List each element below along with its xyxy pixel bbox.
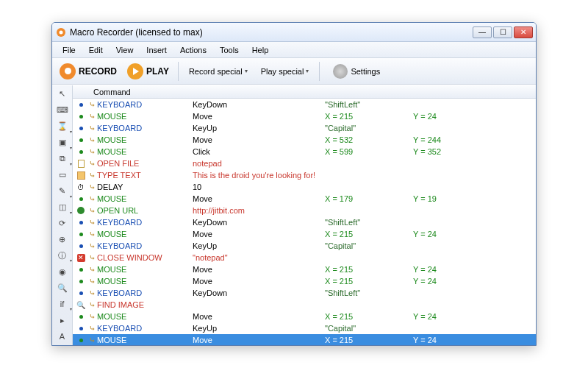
- play-button[interactable]: PLAY: [124, 62, 172, 81]
- document-icon[interactable]: ▣: [56, 137, 69, 149]
- table-row[interactable]: ⤷MOUSEMoveX = 179Y = 19: [73, 193, 536, 205]
- action-cell: Click: [193, 147, 210, 156]
- text-icon[interactable]: A: [56, 330, 69, 342]
- menu-insert[interactable]: Insert: [140, 44, 173, 56]
- world-icon[interactable]: ◉: [56, 266, 69, 277]
- copy-icon[interactable]: ⧉: [56, 153, 69, 165]
- table-row[interactable]: ⏱⤷DELAY10: [73, 181, 536, 193]
- command-cell: MOUSE: [97, 277, 126, 286]
- table-row[interactable]: ⤷MOUSEMoveX = 532Y = 244: [73, 134, 536, 146]
- param1-cell: X = 215: [325, 312, 353, 321]
- close-button[interactable]: ✕: [514, 26, 533, 38]
- label-icon[interactable]: ▭: [56, 169, 69, 181]
- row-icon: [76, 135, 86, 145]
- param1-cell: "Capital": [325, 124, 356, 132]
- pencil-icon[interactable]: ✎: [56, 185, 69, 197]
- minimize-button[interactable]: —: [473, 26, 492, 38]
- command-cell: TYPE TEXT: [97, 171, 141, 180]
- row-icon: [76, 205, 86, 216]
- row-icon: [76, 311, 86, 322]
- param2-cell: Y = 19: [413, 194, 437, 203]
- command-cell: KEYBOARD: [97, 289, 142, 297]
- table-row[interactable]: ⤷TYPE TEXTThis is the droid you're looki…: [73, 169, 536, 181]
- row-icon: [76, 323, 86, 333]
- param1-cell: "ShiftLeft": [325, 100, 360, 109]
- table-row[interactable]: ⤷MOUSEMoveX = 215Y = 24: [73, 334, 536, 345]
- param1-cell: "ShiftLeft": [325, 218, 360, 227]
- table-row[interactable]: ⤷MOUSEClickX = 599Y = 352: [73, 146, 536, 158]
- if-icon[interactable]: if: [56, 298, 69, 310]
- command-cell: MOUSE: [97, 265, 126, 274]
- table-row[interactable]: ⤷KEYBOARDKeyUp"Capital": [73, 240, 536, 252]
- row-icon: [76, 288, 86, 298]
- menu-help[interactable]: Help: [246, 44, 275, 56]
- command-cell: MOUSE: [97, 230, 126, 238]
- action-cell: notepad: [193, 159, 222, 168]
- refresh-icon[interactable]: ⟳: [56, 218, 69, 230]
- menu-file[interactable]: File: [57, 44, 82, 56]
- cursor-icon[interactable]: ↖: [56, 88, 69, 100]
- hourglass-icon[interactable]: ⌛: [56, 121, 69, 132]
- row-icon: [76, 158, 86, 169]
- menu-edit[interactable]: Edit: [83, 44, 109, 56]
- table-row[interactable]: ⤷KEYBOARDKeyDown"ShiftLeft": [73, 99, 536, 110]
- play-special-dropdown[interactable]: Play special: [257, 66, 314, 77]
- window-icon[interactable]: ◫: [56, 202, 69, 213]
- command-cell: DELAY: [97, 183, 123, 191]
- command-cell: KEYBOARD: [97, 241, 142, 250]
- menu-actions[interactable]: Actions: [174, 44, 212, 56]
- side-toolbar: ↖⌨⌛▣⧉▭✎◫⟳⊕ⓘ◉🔍if▸A: [52, 85, 73, 345]
- table-row[interactable]: ⤷KEYBOARDKeyDown"ShiftLeft": [73, 216, 536, 228]
- info-icon[interactable]: ⓘ: [56, 250, 69, 261]
- toolbar: RECORD PLAY Record special Play special …: [52, 58, 536, 85]
- param2-cell: Y = 24: [413, 336, 437, 344]
- row-icon: [76, 335, 86, 345]
- action-cell: Move: [193, 112, 212, 121]
- row-icon: [76, 111, 86, 121]
- command-cell: MOUSE: [97, 135, 126, 144]
- table-row[interactable]: ⤷MOUSEMoveX = 215Y = 24: [73, 228, 536, 240]
- command-cell: CLOSE WINDOW: [97, 253, 162, 262]
- table-row[interactable]: 🔍⤷FIND IMAGE: [73, 299, 536, 311]
- action-cell: KeyUp: [193, 241, 217, 250]
- settings-button[interactable]: Settings: [326, 63, 383, 80]
- table-row[interactable]: ⤷MOUSEMoveX = 215Y = 24: [73, 311, 536, 322]
- table-row[interactable]: ⤷OPEN URLhttp://jitbit.com: [73, 205, 536, 216]
- table-row[interactable]: ⤷KEYBOARDKeyDown"ShiftLeft": [73, 287, 536, 299]
- param1-cell: "Capital": [325, 324, 356, 333]
- action-cell: Move: [193, 230, 212, 238]
- action-cell: KeyDown: [193, 289, 227, 297]
- param2-cell: Y = 24: [413, 277, 437, 286]
- row-icon: [76, 99, 86, 110]
- table-row[interactable]: ⤷KEYBOARDKeyUp"Capital": [73, 322, 536, 334]
- command-cell: OPEN FILE: [97, 159, 139, 168]
- table-row[interactable]: ⤷MOUSEMoveX = 215Y = 24: [73, 263, 536, 275]
- action-cell: "notepad": [193, 253, 228, 262]
- app-window: Macro Recorder (licensed to max) — ☐ ✕ F…: [51, 22, 537, 346]
- command-cell: MOUSE: [97, 194, 126, 203]
- row-icon: [76, 276, 86, 286]
- command-cell: OPEN URL: [97, 206, 138, 215]
- action-cell: http://jitbit.com: [193, 206, 245, 215]
- maximize-button[interactable]: ☐: [493, 26, 512, 38]
- menu-tools[interactable]: Tools: [214, 44, 245, 56]
- record-button[interactable]: RECORD: [57, 62, 120, 81]
- table-row[interactable]: ✕⤷CLOSE WINDOW"notepad": [73, 252, 536, 263]
- action-cell: KeyUp: [193, 324, 217, 333]
- globe-icon[interactable]: ⊕: [56, 233, 69, 245]
- goto-icon[interactable]: ▸: [56, 314, 69, 326]
- search-icon[interactable]: 🔍: [56, 282, 69, 294]
- action-cell: Move: [193, 336, 212, 344]
- table-row[interactable]: ⤷KEYBOARDKeyUp"Capital": [73, 122, 536, 134]
- grid-header[interactable]: Command: [73, 85, 536, 99]
- command-cell: FIND IMAGE: [97, 300, 144, 309]
- row-icon: 🔍: [76, 300, 86, 310]
- table-row[interactable]: ⤷OPEN FILEnotepad: [73, 158, 536, 169]
- row-icon: [76, 146, 86, 157]
- keyboard-icon[interactable]: ⌨: [56, 105, 69, 116]
- table-row[interactable]: ⤷MOUSEMoveX = 215Y = 24: [73, 110, 536, 122]
- action-cell: Move: [193, 135, 212, 144]
- record-special-dropdown[interactable]: Record special: [184, 66, 252, 77]
- menu-view[interactable]: View: [110, 44, 140, 56]
- table-row[interactable]: ⤷MOUSEMoveX = 215Y = 24: [73, 275, 536, 287]
